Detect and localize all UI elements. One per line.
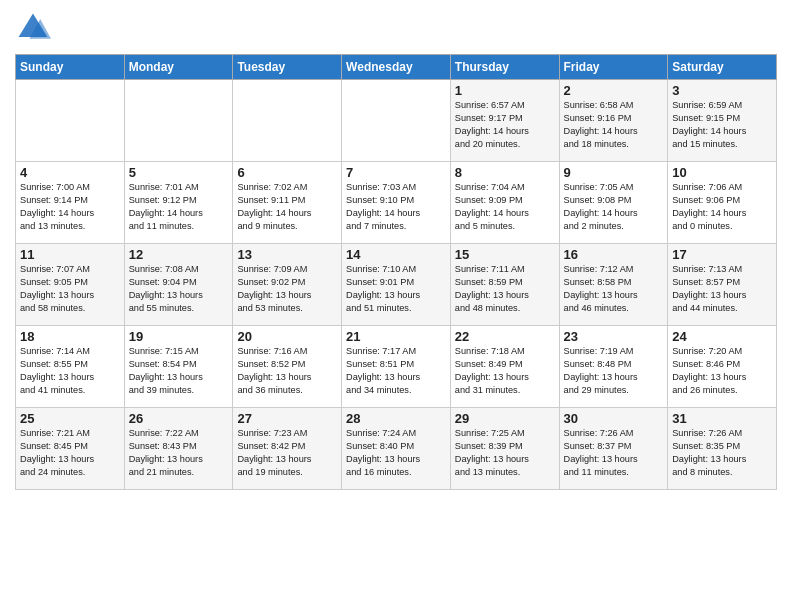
day-info: Sunrise: 6:58 AM Sunset: 9:16 PM Dayligh… xyxy=(564,99,664,151)
day-info: Sunrise: 7:02 AM Sunset: 9:11 PM Dayligh… xyxy=(237,181,337,233)
col-header-tuesday: Tuesday xyxy=(233,55,342,80)
day-number: 15 xyxy=(455,247,555,262)
col-header-sunday: Sunday xyxy=(16,55,125,80)
day-info: Sunrise: 7:26 AM Sunset: 8:35 PM Dayligh… xyxy=(672,427,772,479)
day-cell: 10Sunrise: 7:06 AM Sunset: 9:06 PM Dayli… xyxy=(668,162,777,244)
day-number: 18 xyxy=(20,329,120,344)
day-cell xyxy=(342,80,451,162)
day-number: 28 xyxy=(346,411,446,426)
day-number: 4 xyxy=(20,165,120,180)
day-cell: 11Sunrise: 7:07 AM Sunset: 9:05 PM Dayli… xyxy=(16,244,125,326)
day-cell: 16Sunrise: 7:12 AM Sunset: 8:58 PM Dayli… xyxy=(559,244,668,326)
day-cell: 2Sunrise: 6:58 AM Sunset: 9:16 PM Daylig… xyxy=(559,80,668,162)
day-info: Sunrise: 7:08 AM Sunset: 9:04 PM Dayligh… xyxy=(129,263,229,315)
day-info: Sunrise: 7:12 AM Sunset: 8:58 PM Dayligh… xyxy=(564,263,664,315)
col-header-friday: Friday xyxy=(559,55,668,80)
day-number: 19 xyxy=(129,329,229,344)
header-row: SundayMondayTuesdayWednesdayThursdayFrid… xyxy=(16,55,777,80)
day-info: Sunrise: 6:59 AM Sunset: 9:15 PM Dayligh… xyxy=(672,99,772,151)
main-container: SundayMondayTuesdayWednesdayThursdayFrid… xyxy=(0,0,792,500)
day-cell: 5Sunrise: 7:01 AM Sunset: 9:12 PM Daylig… xyxy=(124,162,233,244)
week-row-2: 4Sunrise: 7:00 AM Sunset: 9:14 PM Daylig… xyxy=(16,162,777,244)
col-header-monday: Monday xyxy=(124,55,233,80)
day-number: 1 xyxy=(455,83,555,98)
day-cell: 19Sunrise: 7:15 AM Sunset: 8:54 PM Dayli… xyxy=(124,326,233,408)
day-cell xyxy=(16,80,125,162)
day-number: 21 xyxy=(346,329,446,344)
day-cell: 6Sunrise: 7:02 AM Sunset: 9:11 PM Daylig… xyxy=(233,162,342,244)
day-cell: 9Sunrise: 7:05 AM Sunset: 9:08 PM Daylig… xyxy=(559,162,668,244)
day-cell: 15Sunrise: 7:11 AM Sunset: 8:59 PM Dayli… xyxy=(450,244,559,326)
day-number: 6 xyxy=(237,165,337,180)
day-cell: 20Sunrise: 7:16 AM Sunset: 8:52 PM Dayli… xyxy=(233,326,342,408)
col-header-saturday: Saturday xyxy=(668,55,777,80)
day-info: Sunrise: 7:24 AM Sunset: 8:40 PM Dayligh… xyxy=(346,427,446,479)
day-info: Sunrise: 7:26 AM Sunset: 8:37 PM Dayligh… xyxy=(564,427,664,479)
day-cell xyxy=(124,80,233,162)
day-number: 31 xyxy=(672,411,772,426)
day-info: Sunrise: 7:03 AM Sunset: 9:10 PM Dayligh… xyxy=(346,181,446,233)
day-info: Sunrise: 7:14 AM Sunset: 8:55 PM Dayligh… xyxy=(20,345,120,397)
day-info: Sunrise: 7:06 AM Sunset: 9:06 PM Dayligh… xyxy=(672,181,772,233)
week-row-5: 25Sunrise: 7:21 AM Sunset: 8:45 PM Dayli… xyxy=(16,408,777,490)
day-cell: 30Sunrise: 7:26 AM Sunset: 8:37 PM Dayli… xyxy=(559,408,668,490)
day-info: Sunrise: 7:20 AM Sunset: 8:46 PM Dayligh… xyxy=(672,345,772,397)
day-cell: 4Sunrise: 7:00 AM Sunset: 9:14 PM Daylig… xyxy=(16,162,125,244)
day-number: 22 xyxy=(455,329,555,344)
day-info: Sunrise: 7:21 AM Sunset: 8:45 PM Dayligh… xyxy=(20,427,120,479)
day-info: Sunrise: 7:17 AM Sunset: 8:51 PM Dayligh… xyxy=(346,345,446,397)
day-number: 12 xyxy=(129,247,229,262)
day-number: 27 xyxy=(237,411,337,426)
day-info: Sunrise: 7:05 AM Sunset: 9:08 PM Dayligh… xyxy=(564,181,664,233)
day-info: Sunrise: 7:00 AM Sunset: 9:14 PM Dayligh… xyxy=(20,181,120,233)
day-info: Sunrise: 7:16 AM Sunset: 8:52 PM Dayligh… xyxy=(237,345,337,397)
day-info: Sunrise: 7:10 AM Sunset: 9:01 PM Dayligh… xyxy=(346,263,446,315)
day-cell: 29Sunrise: 7:25 AM Sunset: 8:39 PM Dayli… xyxy=(450,408,559,490)
logo xyxy=(15,10,55,46)
day-info: Sunrise: 7:01 AM Sunset: 9:12 PM Dayligh… xyxy=(129,181,229,233)
day-cell: 23Sunrise: 7:19 AM Sunset: 8:48 PM Dayli… xyxy=(559,326,668,408)
day-cell: 21Sunrise: 7:17 AM Sunset: 8:51 PM Dayli… xyxy=(342,326,451,408)
day-info: Sunrise: 7:07 AM Sunset: 9:05 PM Dayligh… xyxy=(20,263,120,315)
day-cell: 1Sunrise: 6:57 AM Sunset: 9:17 PM Daylig… xyxy=(450,80,559,162)
header xyxy=(15,10,777,46)
day-number: 29 xyxy=(455,411,555,426)
day-number: 23 xyxy=(564,329,664,344)
day-info: Sunrise: 6:57 AM Sunset: 9:17 PM Dayligh… xyxy=(455,99,555,151)
day-number: 9 xyxy=(564,165,664,180)
day-info: Sunrise: 7:04 AM Sunset: 9:09 PM Dayligh… xyxy=(455,181,555,233)
day-number: 11 xyxy=(20,247,120,262)
day-number: 5 xyxy=(129,165,229,180)
day-number: 7 xyxy=(346,165,446,180)
day-info: Sunrise: 7:23 AM Sunset: 8:42 PM Dayligh… xyxy=(237,427,337,479)
day-info: Sunrise: 7:25 AM Sunset: 8:39 PM Dayligh… xyxy=(455,427,555,479)
day-cell: 3Sunrise: 6:59 AM Sunset: 9:15 PM Daylig… xyxy=(668,80,777,162)
day-info: Sunrise: 7:15 AM Sunset: 8:54 PM Dayligh… xyxy=(129,345,229,397)
day-info: Sunrise: 7:22 AM Sunset: 8:43 PM Dayligh… xyxy=(129,427,229,479)
col-header-thursday: Thursday xyxy=(450,55,559,80)
day-cell: 28Sunrise: 7:24 AM Sunset: 8:40 PM Dayli… xyxy=(342,408,451,490)
day-cell: 25Sunrise: 7:21 AM Sunset: 8:45 PM Dayli… xyxy=(16,408,125,490)
day-number: 16 xyxy=(564,247,664,262)
day-info: Sunrise: 7:18 AM Sunset: 8:49 PM Dayligh… xyxy=(455,345,555,397)
day-info: Sunrise: 7:13 AM Sunset: 8:57 PM Dayligh… xyxy=(672,263,772,315)
day-cell xyxy=(233,80,342,162)
day-number: 25 xyxy=(20,411,120,426)
day-cell: 31Sunrise: 7:26 AM Sunset: 8:35 PM Dayli… xyxy=(668,408,777,490)
day-cell: 24Sunrise: 7:20 AM Sunset: 8:46 PM Dayli… xyxy=(668,326,777,408)
day-cell: 27Sunrise: 7:23 AM Sunset: 8:42 PM Dayli… xyxy=(233,408,342,490)
day-info: Sunrise: 7:11 AM Sunset: 8:59 PM Dayligh… xyxy=(455,263,555,315)
day-cell: 13Sunrise: 7:09 AM Sunset: 9:02 PM Dayli… xyxy=(233,244,342,326)
day-cell: 26Sunrise: 7:22 AM Sunset: 8:43 PM Dayli… xyxy=(124,408,233,490)
day-number: 14 xyxy=(346,247,446,262)
day-number: 30 xyxy=(564,411,664,426)
calendar-table: SundayMondayTuesdayWednesdayThursdayFrid… xyxy=(15,54,777,490)
day-number: 10 xyxy=(672,165,772,180)
day-number: 24 xyxy=(672,329,772,344)
week-row-3: 11Sunrise: 7:07 AM Sunset: 9:05 PM Dayli… xyxy=(16,244,777,326)
day-number: 3 xyxy=(672,83,772,98)
week-row-4: 18Sunrise: 7:14 AM Sunset: 8:55 PM Dayli… xyxy=(16,326,777,408)
day-cell: 7Sunrise: 7:03 AM Sunset: 9:10 PM Daylig… xyxy=(342,162,451,244)
day-cell: 8Sunrise: 7:04 AM Sunset: 9:09 PM Daylig… xyxy=(450,162,559,244)
day-number: 20 xyxy=(237,329,337,344)
